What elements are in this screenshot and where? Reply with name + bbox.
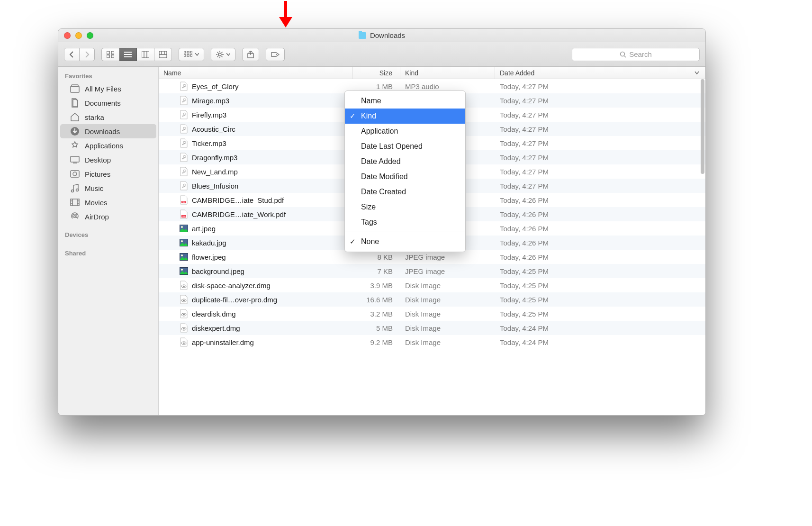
desktop-icon <box>70 155 80 164</box>
sidebar-item-documents[interactable]: Documents <box>60 96 156 110</box>
file-kind: JPEG image <box>400 253 495 261</box>
arrange-menu-item-date-added[interactable]: Date Added <box>345 154 465 169</box>
svg-marker-1 <box>279 17 292 27</box>
sidebar-item-label: Applications <box>85 142 123 150</box>
svg-point-34 <box>621 52 625 56</box>
file-date: Today, 4:25 PM <box>495 267 705 275</box>
file-icon <box>180 82 188 91</box>
view-list-button[interactable] <box>119 48 137 61</box>
scrollbar[interactable] <box>701 79 704 174</box>
arrange-button[interactable] <box>179 48 204 61</box>
svg-rect-4 <box>107 55 109 58</box>
svg-point-64 <box>184 157 186 159</box>
svg-point-65 <box>182 172 184 174</box>
action-button[interactable] <box>211 48 235 61</box>
file-date: Today, 4:25 PM <box>495 310 705 318</box>
arrange-menu-item-name[interactable]: Name <box>345 93 465 109</box>
sidebar-item-movies[interactable]: Movies <box>60 195 156 209</box>
sidebar-item-home[interactable]: starka <box>60 110 156 124</box>
sidebar-item-label: Desktop <box>85 156 111 164</box>
gear-icon <box>216 51 224 58</box>
forward-button[interactable] <box>80 48 95 61</box>
svg-point-75 <box>181 226 183 228</box>
file-icon <box>180 266 188 276</box>
file-name: CAMBRIDGE…iate_Stud.pdf <box>192 196 284 204</box>
svg-point-44 <box>76 189 79 191</box>
svg-rect-3 <box>111 51 114 54</box>
svg-point-68 <box>184 186 186 187</box>
file-name: Firefly.mp3 <box>192 111 226 119</box>
file-name: Acoustic_Circ <box>192 125 235 133</box>
arrange-menu-item-date-created[interactable]: Date Created <box>345 184 465 200</box>
svg-point-59 <box>182 130 184 131</box>
file-row[interactable]: disk-space-analyzer.dmg3.9 MBDisk ImageT… <box>159 278 705 292</box>
sidebar-item-pictures[interactable]: Pictures <box>60 167 156 181</box>
file-date: Today, 4:27 PM <box>495 111 705 119</box>
sidebar-item-airdrop[interactable]: AirDrop <box>60 209 156 224</box>
home-icon <box>70 112 80 122</box>
svg-line-30 <box>217 56 218 57</box>
file-icon <box>180 96 188 105</box>
svg-rect-37 <box>72 85 78 87</box>
file-row[interactable]: app-uninstaller.dmg9.2 MBDisk ImageToday… <box>159 335 705 349</box>
sidebar-heading-favorites: Favorites <box>58 70 158 82</box>
sidebar-item-label: Movies <box>85 199 108 207</box>
svg-rect-2 <box>107 51 109 54</box>
window-title-group: Downloads <box>58 31 705 39</box>
sidebar-item-music[interactable]: Music <box>60 181 156 195</box>
sidebar-item-applications[interactable]: Applications <box>60 138 156 153</box>
chevron-down-icon <box>195 53 199 56</box>
file-size: 3.9 MB <box>353 281 400 290</box>
arrange-menu-item-date-modified[interactable]: Date Modified <box>345 169 465 184</box>
share-button[interactable] <box>242 48 259 61</box>
file-kind: JPEG image <box>400 267 495 275</box>
arrange-menu-item-none[interactable]: ✓ None <box>345 234 465 249</box>
arrange-menu-item-kind[interactable]: ✓Kind <box>345 109 465 124</box>
svg-point-33 <box>276 54 277 55</box>
svg-point-56 <box>184 100 186 102</box>
file-name: cleardisk.dmg <box>192 310 236 318</box>
arrange-menu-item-tags[interactable]: Tags <box>345 215 465 230</box>
arrange-menu-item-date-last-opened[interactable]: Date Last Opened <box>345 139 465 154</box>
file-row[interactable]: cleardisk.dmg3.2 MBDisk ImageToday, 4:25… <box>159 307 705 321</box>
file-date: Today, 4:26 PM <box>495 253 705 261</box>
svg-text:PDF: PDF <box>182 215 186 218</box>
file-icon <box>180 252 188 262</box>
file-icon <box>180 153 188 162</box>
svg-rect-17 <box>187 51 189 53</box>
file-date: Today, 4:26 PM <box>495 210 705 218</box>
arrange-menu: Name✓KindApplicationDate Last OpenedDate… <box>344 91 466 252</box>
column-size[interactable]: Size <box>353 67 400 79</box>
close-button[interactable] <box>64 32 71 39</box>
file-date: Today, 4:27 PM <box>495 168 705 176</box>
sidebar-item-label: Documents <box>85 99 121 107</box>
svg-point-43 <box>72 190 74 192</box>
zoom-button[interactable] <box>87 32 93 39</box>
view-icons-button[interactable] <box>101 48 119 61</box>
check-icon: ✓ <box>350 112 356 120</box>
sidebar-item-desktop[interactable]: Desktop <box>60 153 156 167</box>
toolbar: Search <box>58 42 705 67</box>
file-icon: PDF <box>180 209 188 219</box>
view-columns-button[interactable] <box>137 48 154 61</box>
file-row[interactable]: duplicate-fil…over-pro.dmg16.6 MBDisk Im… <box>159 292 705 307</box>
column-name[interactable]: Name <box>159 67 353 79</box>
search-field[interactable]: Search <box>572 48 700 61</box>
sidebar-item-label: AirDrop <box>85 213 109 221</box>
back-button[interactable] <box>64 48 80 61</box>
minimize-button[interactable] <box>75 32 82 39</box>
file-icon <box>180 110 188 119</box>
arrange-menu-item-size[interactable]: Size <box>345 200 465 215</box>
file-row[interactable]: background.jpeg7 KBJPEG imageToday, 4:25… <box>159 264 705 278</box>
svg-point-63 <box>182 158 184 160</box>
view-coverflow-button[interactable] <box>154 48 172 61</box>
tags-button[interactable] <box>266 48 285 61</box>
column-date[interactable]: Date Added <box>495 67 705 79</box>
file-size: 8 KB <box>353 253 400 261</box>
column-kind[interactable]: Kind <box>400 67 495 79</box>
sidebar-item-allmyfiles[interactable]: All My Files <box>60 82 156 96</box>
file-row[interactable]: diskexpert.dmg5 MBDisk ImageToday, 4:24 … <box>159 321 705 335</box>
sidebar-item-downloads[interactable]: Downloads <box>60 124 156 138</box>
arrange-menu-item-application[interactable]: Application <box>345 124 465 139</box>
check-icon: ✓ <box>350 237 356 246</box>
